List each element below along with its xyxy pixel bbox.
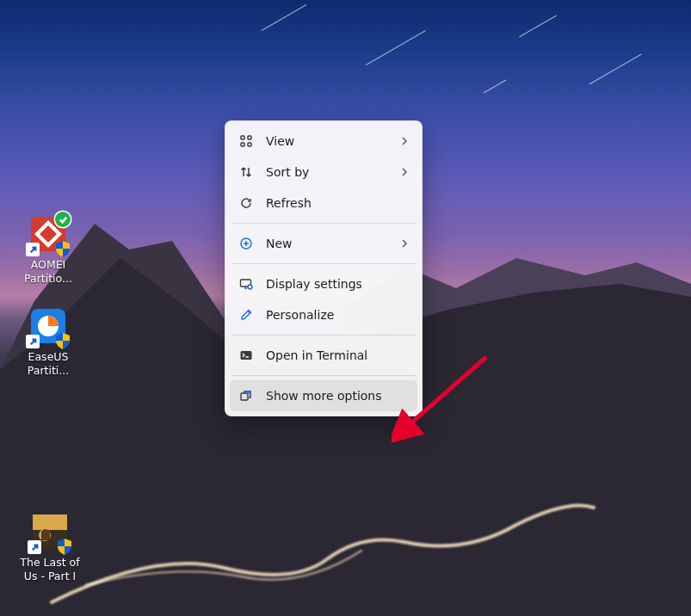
uac-shield-icon xyxy=(53,331,72,350)
menu-item-label: Open in Terminal xyxy=(266,348,367,362)
grid-icon xyxy=(238,133,254,149)
shortcut-arrow-icon xyxy=(26,243,40,256)
menu-item-refresh[interactable]: Refresh xyxy=(230,188,417,219)
menu-item-sort-by[interactable]: Sort by xyxy=(230,157,417,188)
chevron-right-icon xyxy=(400,237,409,250)
show-more-icon xyxy=(238,388,254,403)
menu-item-personalize[interactable]: Personalize xyxy=(230,299,417,330)
uac-shield-icon xyxy=(53,239,72,258)
refresh-icon xyxy=(238,195,254,211)
desktop-icon-lastofus[interactable]: The Last of Us - Part I xyxy=(15,511,84,582)
menu-item-display-settings[interactable]: Display settings xyxy=(230,268,417,299)
personalize-icon xyxy=(238,307,254,323)
svg-rect-9 xyxy=(248,143,251,146)
desktop-context-menu: View Sort by Refresh New xyxy=(225,120,423,416)
desktop-icon-label: The Last of Us - Part I xyxy=(15,556,84,582)
menu-item-new[interactable]: New xyxy=(230,228,417,259)
desktop-icons-column: AOMEI Partitio... EaseUS Partiti... xyxy=(15,213,84,398)
menu-separator xyxy=(231,263,416,264)
menu-item-label: Personalize xyxy=(266,308,334,322)
new-icon xyxy=(238,236,254,251)
desktop-icon-aomei[interactable]: AOMEI Partitio... xyxy=(15,213,81,285)
uac-shield-icon xyxy=(55,537,74,556)
svg-rect-6 xyxy=(241,136,244,139)
shortcut-arrow-icon xyxy=(28,540,41,554)
menu-item-label: View xyxy=(266,134,294,148)
menu-item-open-terminal[interactable]: Open in Terminal xyxy=(230,340,417,371)
shortcut-arrow-icon xyxy=(26,335,40,348)
desktop-icon-label: EaseUS Partiti... xyxy=(15,350,81,377)
menu-item-label: Display settings xyxy=(266,277,362,291)
svg-rect-7 xyxy=(248,136,251,139)
svg-rect-8 xyxy=(241,143,244,146)
menu-separator xyxy=(231,375,416,376)
desktop-icon-easeus[interactable]: EaseUS Partiti... xyxy=(15,305,81,377)
menu-separator xyxy=(231,335,416,336)
menu-item-label: Refresh xyxy=(266,196,312,210)
lastofus-icon xyxy=(29,511,71,552)
desktop-background[interactable]: AOMEI Partitio... EaseUS Partiti... xyxy=(0,0,691,616)
chevron-right-icon xyxy=(400,134,409,148)
svg-rect-14 xyxy=(241,393,248,400)
aomei-icon xyxy=(28,213,69,255)
menu-item-view[interactable]: View xyxy=(230,126,417,157)
menu-item-show-more-options[interactable]: Show more options xyxy=(230,380,417,411)
svg-rect-13 xyxy=(241,351,252,360)
menu-item-label: Sort by xyxy=(266,165,309,179)
easeus-icon xyxy=(28,305,69,347)
svg-rect-4 xyxy=(33,514,67,530)
check-badge-icon xyxy=(55,212,71,227)
display-settings-icon xyxy=(238,276,254,292)
chevron-right-icon xyxy=(400,165,409,179)
desktop-icon-label: AOMEI Partitio... xyxy=(15,258,81,285)
menu-item-label: Show more options xyxy=(266,389,382,403)
menu-separator xyxy=(231,223,416,224)
terminal-icon xyxy=(238,348,254,363)
sort-icon xyxy=(238,164,254,180)
menu-item-label: New xyxy=(266,237,293,250)
